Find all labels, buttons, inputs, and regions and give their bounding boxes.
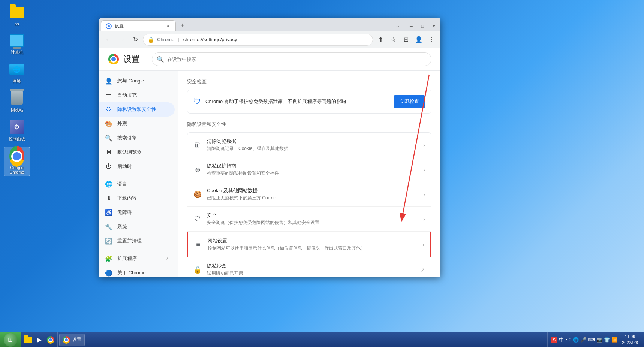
tray-icon-input[interactable]: 中 <box>559 337 564 343</box>
split-view-button[interactable]: ⊟ <box>400 34 412 46</box>
appearance-icon: 🎨 <box>105 120 112 127</box>
sidebar-item-about[interactable]: 🔵 关于 Chrome <box>99 266 175 277</box>
tray-icon-keyboard[interactable]: ⌨ <box>588 337 595 343</box>
sidebar-item-reset[interactable]: 🔄 重置并清理 <box>99 234 175 248</box>
tray-icon-mic[interactable]: 🎤 <box>580 337 586 343</box>
security-text: 安全 安全浏览（保护您免受危险网站的侵害）和其他安全设置 <box>207 212 418 226</box>
desktop-icon-area: ns 计算机 🌐 网络 回收站 ⚙ 控制面板 <box>4 4 30 176</box>
share-button[interactable]: ⬆ <box>374 34 386 46</box>
privacy-item-site-settings[interactable]: ≡ 网站设置 控制网站可以使用和显示什么信息（如位置信息、摄像头、弹出式窗口及其… <box>187 232 431 257</box>
clock: 11:09 2022/9/8 <box>619 334 641 346</box>
sidebar-item-accessibility[interactable]: ♿ 无障碍 <box>99 205 175 220</box>
privacy-item-guide[interactable]: ⊕ 隐私保护指南 检查重要的隐私控制设置和安全控件 › <box>187 157 431 182</box>
taskbar-chrome-label: 设置 <box>72 337 81 343</box>
check-now-button[interactable]: 立即检查 <box>394 95 425 108</box>
arrow-icon-1: › <box>423 167 425 173</box>
sidebar-item-extensions[interactable]: 🧩 扩展程序 ↗ <box>99 251 175 266</box>
url-separator: | <box>178 37 179 42</box>
tab-favicon <box>106 23 112 29</box>
new-tab-button[interactable]: + <box>177 20 188 31</box>
person-icon: 👤 <box>105 78 112 84</box>
tray-icon-question[interactable]: ? <box>569 337 571 343</box>
safety-card: 🛡 Chrome 有助于保护您免受数据泄露、不良扩展程序等问题的影响 立即检查 <box>187 90 431 114</box>
sidebar-item-google[interactable]: 👤 您与 Google <box>99 74 175 88</box>
minimize-button[interactable]: ─ <box>406 22 416 30</box>
settings-header: 设置 🔍 <box>99 48 440 71</box>
system-icon: 🔧 <box>105 223 112 230</box>
tray-icon-network[interactable]: 🌐 <box>573 337 579 343</box>
sidebar-item-autofill[interactable]: 🗃 自动填充 <box>99 88 175 102</box>
tray-icon-signal[interactable]: 📶 <box>611 337 617 343</box>
start-orb: ⊞ <box>4 333 17 347</box>
chrome-icon: 🔵 <box>105 269 112 276</box>
taskbar-chrome-item[interactable]: 设置 <box>59 334 85 346</box>
external-icon-5: ↗ <box>421 267 425 273</box>
forward-button[interactable]: → <box>116 34 128 46</box>
accessibility-icon: ♿ <box>105 209 112 216</box>
window-controls: ─ □ ✕ <box>406 22 439 30</box>
sidebar-item-startup[interactable]: ⏻ 启动时 <box>99 159 175 174</box>
tab-close-button[interactable]: ✕ <box>165 23 171 29</box>
desktop-icon-chrome[interactable]: Google Chrome <box>4 147 30 176</box>
sidebar-item-privacy[interactable]: 🛡 隐私设置和安全性 <box>99 102 175 117</box>
chrome-logo <box>108 54 119 64</box>
tray-icon-dot1[interactable]: • <box>565 337 567 343</box>
search-icon: 🔍 <box>105 135 112 141</box>
site-settings-icon: ≡ <box>194 241 202 249</box>
safety-shield-icon: 🛡 <box>193 97 201 106</box>
desktop-icon-network[interactable]: 🌐 网络 <box>4 60 30 85</box>
settings-search-input[interactable] <box>167 57 427 62</box>
sogou-icon[interactable]: S <box>551 337 557 343</box>
tray-icon-shirt[interactable]: 👕 <box>604 337 610 343</box>
tray-icon-camera[interactable]: 📷 <box>596 337 602 343</box>
sidebar-item-language[interactable]: 🌐 语言 <box>99 177 175 191</box>
privacy-section-title: 隐私设置和安全性 <box>187 121 431 128</box>
search-icon: 🔍 <box>157 56 164 63</box>
quick-launch-folder[interactable] <box>23 335 33 345</box>
sidebar-item-download[interactable]: ⬇ 下载内容 <box>99 191 175 205</box>
start-button[interactable]: ⊞ <box>0 332 21 347</box>
active-tab[interactable]: 设置 ✕ <box>101 20 176 31</box>
arrow-icon-4: › <box>422 242 424 248</box>
taskbar: ⊞ ▶ 设置 S 中 • ? <box>0 332 644 347</box>
settings-page-title: 设置 <box>123 54 140 65</box>
sidebar-item-browser[interactable]: 🖥 默认浏览器 <box>99 145 175 159</box>
sidebar-divider-2 <box>99 250 178 250</box>
sidebar-item-system[interactable]: 🔧 系统 <box>99 220 175 234</box>
address-bar[interactable]: 🔒 Chrome | chrome://settings/privacy <box>143 34 373 46</box>
close-button[interactable]: ✕ <box>428 22 439 30</box>
tab-more-button[interactable]: ⌄ <box>392 20 403 31</box>
settings-body: 👤 您与 Google 🗃 自动填充 🛡 隐私设置和安全性 🎨 外观 🔍 <box>99 71 440 277</box>
desktop-icon-computer[interactable]: 计算机 <box>4 31 30 57</box>
external-link-icon: ↗ <box>165 256 169 261</box>
svg-point-1 <box>108 25 110 27</box>
sidebar: 👤 您与 Google 🗃 自动填充 🛡 隐私设置和安全性 🎨 外观 🔍 <box>99 71 178 277</box>
language-icon: 🌐 <box>105 181 112 187</box>
arrow-icon-3: › <box>423 216 425 222</box>
sidebar-divider <box>99 175 178 175</box>
privacy-items-list: 🗑 清除浏览数据 清除浏览记录、Cookie、缓存及其他数据 › ⊕ 隐私保护指… <box>187 132 431 277</box>
bookmark-button[interactable]: ☆ <box>387 34 399 46</box>
sidebar-item-appearance[interactable]: 🎨 外观 <box>99 117 175 131</box>
nav-actions: ⬆ ☆ ⊟ 👤 ⋮ <box>374 34 437 46</box>
settings-search-box[interactable]: 🔍 <box>152 52 431 66</box>
sidebar-item-search[interactable]: 🔍 搜索引擎 <box>99 131 175 145</box>
desktop-icon-recycle[interactable]: 回收站 <box>4 89 30 114</box>
menu-button[interactable]: ⋮ <box>425 34 437 46</box>
site-settings-text: 网站设置 控制网站可以使用和显示什么信息（如位置信息、摄像头、弹出式窗口及其他） <box>208 238 417 251</box>
quick-launch-chrome[interactable] <box>45 335 56 345</box>
main-content: 安全检查 🛡 Chrome 有助于保护您免受数据泄露、不良扩展程序等问题的影响 … <box>178 71 440 277</box>
privacy-item-security[interactable]: 🛡 安全 安全浏览（保护您免受危险网站的侵害）和其他安全设置 › <box>187 207 431 232</box>
privacy-item-sandbox[interactable]: 🔒 隐私沙盒 试用版功能已开启 ↗ <box>187 257 431 277</box>
profile-button[interactable]: 👤 <box>413 34 425 46</box>
sandbox-icon: 🔒 <box>193 266 202 274</box>
privacy-item-clear-browsing[interactable]: 🗑 清除浏览数据 清除浏览记录、Cookie、缓存及其他数据 › <box>187 133 431 157</box>
autofill-icon: 🗃 <box>105 92 112 99</box>
privacy-item-cookies[interactable]: 🍪 Cookie 及其他网站数据 已阻止无痕模式下的第三方 Cookie › <box>187 182 431 207</box>
back-button[interactable]: ← <box>102 34 114 46</box>
reload-button[interactable]: ↻ <box>129 34 141 46</box>
desktop-icon-control-panel[interactable]: ⚙ 控制面板 <box>4 118 30 143</box>
maximize-button[interactable]: □ <box>417 22 428 30</box>
quick-launch-media[interactable]: ▶ <box>34 335 45 345</box>
desktop-icon-folder[interactable]: ns <box>4 4 30 28</box>
